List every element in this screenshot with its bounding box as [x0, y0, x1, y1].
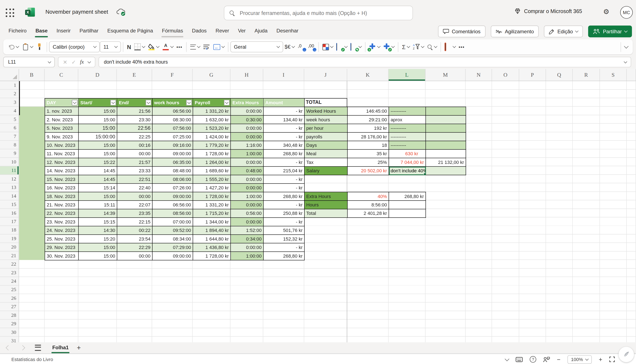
cell[interactable]: 22. Nov. 2023	[45, 209, 78, 218]
column-header-p[interactable]: P	[519, 69, 546, 81]
cell[interactable]: 15:00:00	[78, 132, 117, 141]
row-header[interactable]: 10	[0, 158, 19, 166]
column-header-g[interactable]: G	[193, 69, 230, 81]
cell[interactable]: ----------	[389, 124, 426, 132]
column-header-i[interactable]: I	[263, 69, 304, 81]
cell[interactable]: 15:00	[78, 192, 117, 200]
cell[interactable]: aprox	[389, 116, 426, 124]
row-header[interactable]: 23	[0, 268, 19, 277]
currency-format-button[interactable]: $€	[283, 44, 296, 50]
cell[interactable]: 16. Nov. 2023	[45, 184, 78, 192]
totals-title-cell[interactable]: TOTAL	[304, 98, 347, 107]
cell[interactable]: 1 644,80 kr	[193, 235, 231, 243]
cell[interactable]: 340,48 kr	[264, 141, 304, 149]
cell[interactable]: 07:00:00	[152, 218, 193, 226]
cell[interactable]: 08:34:00	[152, 235, 193, 243]
cell[interactable]: 25%	[348, 158, 389, 166]
format-painter-button[interactable]	[34, 44, 45, 50]
cell[interactable]: - kr	[264, 132, 304, 141]
column-header-amount[interactable]: Amount	[264, 98, 304, 107]
cell[interactable]: 14:30	[78, 226, 117, 234]
workbook-statistics-button[interactable]: Estatísticas do Livro	[12, 357, 53, 362]
cell[interactable]: 268,80 kr	[264, 150, 304, 158]
cell[interactable]: 192 kr	[348, 124, 389, 132]
row-header[interactable]: 24	[0, 277, 19, 286]
document-title[interactable]: November payment sheet	[46, 9, 108, 15]
cancel-entry-button[interactable]: ✕	[63, 59, 68, 65]
cell[interactable]: 250,88 kr	[264, 209, 304, 218]
column-header-start[interactable]: Start/	[78, 98, 117, 107]
filter-button[interactable]	[224, 100, 230, 106]
sheet-view-button[interactable]	[443, 44, 457, 50]
cell[interactable]: 0:00:00	[231, 124, 264, 132]
search-input[interactable]	[239, 10, 403, 16]
number-format-select[interactable]: Geral	[230, 41, 283, 52]
column-header-j[interactable]: J	[304, 69, 347, 81]
column-header-c[interactable]: C	[45, 69, 78, 81]
cell[interactable]: 00:00	[117, 192, 152, 200]
cell[interactable]: 1 779,20 kr	[193, 141, 231, 149]
column-header-d[interactable]: D	[78, 69, 117, 81]
cell[interactable]: 501,76 kr	[264, 226, 304, 234]
editor-feather-button[interactable]	[618, 347, 634, 362]
cell[interactable]: 7 044,00 kr	[389, 158, 426, 166]
cell[interactable]: 12. Nov. 2023	[45, 158, 78, 166]
fullscreen-icon[interactable]	[609, 356, 615, 362]
row-header[interactable]: 21	[0, 252, 19, 260]
add-sheet-button[interactable]: +	[77, 344, 81, 352]
cell[interactable]: 06:56:00	[152, 200, 193, 209]
row-header[interactable]: 28	[0, 311, 19, 320]
cell[interactable]: Hours	[304, 200, 348, 209]
cell[interactable]: 1 555,20 kr	[193, 175, 231, 184]
row-header[interactable]: 3	[0, 98, 19, 106]
share-button[interactable]: Partilhar	[588, 26, 632, 37]
cell[interactable]: 15:22	[78, 158, 117, 166]
row-header[interactable]: 5	[0, 115, 19, 124]
cell[interactable]: 29:21:00	[348, 116, 389, 124]
cell[interactable]: 15:00	[78, 124, 117, 132]
filter-button[interactable]	[186, 100, 192, 106]
column-header-r[interactable]: R	[573, 69, 600, 81]
cell[interactable]: 8:56:00	[348, 200, 389, 209]
cell[interactable]: 14:45	[78, 166, 117, 175]
row-header[interactable]: 9	[0, 149, 19, 158]
cell[interactable]: 0:00:00	[231, 184, 264, 192]
row-header[interactable]: 29	[0, 320, 19, 328]
row-header[interactable]: 12	[0, 175, 19, 183]
account-avatar[interactable]: MC	[620, 6, 633, 19]
cell[interactable]: 06:56:00	[152, 107, 193, 115]
cell[interactable]: 15:00	[78, 150, 117, 158]
column-header-k[interactable]: K	[347, 69, 388, 81]
tab-base[interactable]: Base	[31, 24, 52, 38]
cell[interactable]: 1 728,00 kr	[193, 192, 231, 200]
app-launcher-icon[interactable]	[6, 8, 14, 17]
cell[interactable]: 1:52:00	[231, 226, 264, 234]
row-header[interactable]: 19	[0, 234, 19, 243]
cell[interactable]: 15:11	[78, 200, 117, 209]
cell[interactable]: 00:22	[117, 226, 152, 234]
bold-button[interactable]: N	[125, 44, 133, 50]
font-size-select[interactable]: 11	[100, 41, 121, 52]
cell[interactable]: 1:00:00	[231, 150, 264, 158]
formula-input[interactable]	[103, 59, 624, 65]
cell[interactable]	[389, 209, 426, 218]
row-header[interactable]: 2	[0, 90, 19, 98]
row-header[interactable]: 13	[0, 183, 19, 192]
cell[interactable]: 1 427,20 kr	[193, 184, 231, 192]
search-bar[interactable]	[224, 6, 413, 20]
column-header-n[interactable]: N	[466, 69, 492, 81]
decrease-decimal-button[interactable]: ,0←	[296, 44, 306, 50]
cell[interactable]: 152,32 kr	[264, 235, 304, 243]
cell[interactable]: 21 132,00 kr	[426, 158, 466, 166]
cell[interactable]: 07:25:00	[152, 132, 193, 141]
cell[interactable]: 15:00	[78, 141, 117, 149]
cell[interactable]: 15. Nov. 2023	[45, 175, 78, 184]
column-header-day[interactable]: DAY	[45, 98, 78, 107]
cell[interactable]: 07:56:00	[152, 124, 193, 132]
row-header[interactable]: 31	[0, 336, 19, 342]
cell[interactable]: - kr	[264, 124, 304, 132]
merge-cells-button[interactable]: ↔	[212, 44, 226, 50]
cell[interactable]: 25. Nov. 2023	[45, 235, 78, 243]
formula-bar-expand-icon[interactable]	[624, 60, 627, 63]
cell[interactable]: 15:00	[78, 243, 117, 252]
